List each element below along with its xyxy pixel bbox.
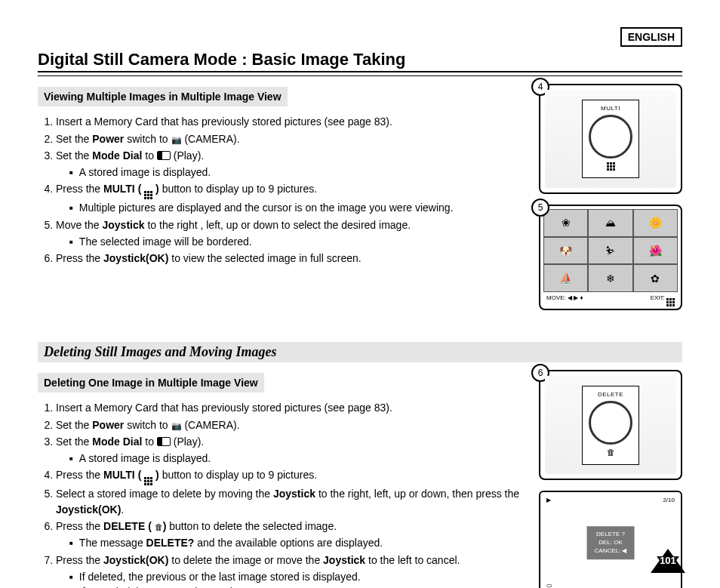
page-number-value: 101 (651, 555, 685, 566)
thumbnail-grid: ❀ ⛰ 🌼 🐶 ⛷ 🌺 ⛵ ❄ ✿ (543, 209, 678, 292)
text: Press the (56, 469, 103, 481)
dialog-ok: DEL: OK (595, 538, 627, 546)
camera-icon (171, 133, 182, 145)
text: to view the selected image in full scree… (168, 252, 361, 264)
substep: Multiple pictures are displayed and the … (69, 200, 525, 215)
text: Move the (56, 219, 102, 231)
step: Set the Power switch to (CAMERA). (56, 417, 525, 433)
multi-grid-icon (144, 477, 152, 485)
text: (Play). (174, 149, 204, 162)
bold: Joystick(OK) (56, 503, 121, 516)
text: (CAMERA). (184, 133, 239, 145)
trash-icon (155, 520, 163, 532)
thumb: ❄ (588, 264, 632, 292)
image-counter: 2/10 (663, 497, 675, 503)
bold: Joystick (273, 488, 315, 500)
step: Select a stored image to delete by movin… (56, 486, 525, 517)
step: Set the Power switch to (CAMERA). (56, 131, 525, 146)
dialog-cancel: CANCEL: ◀ (595, 547, 627, 556)
thumb: ⛵ (543, 264, 588, 292)
bold: ) (152, 469, 159, 481)
page-title: Digital Still Camera Mode : Basic Image … (38, 50, 682, 72)
camera-illustration: DELETE (545, 376, 676, 474)
text: Set the (56, 419, 92, 431)
substep: If canceled, it returns to the previous … (69, 584, 525, 588)
step: Set the Mode Dial to (Play). A stored im… (56, 148, 525, 180)
bold: Joystick(OK) (103, 554, 168, 566)
bold: ) (152, 183, 159, 195)
language-indicator: ENGLISH (620, 27, 682, 47)
bold: Power (92, 133, 124, 145)
text: Select a stored image to delete by movin… (56, 488, 273, 500)
multi-grid-icon (607, 162, 615, 171)
figure-4: 4 MULTI (539, 84, 682, 194)
text: Press the (56, 554, 103, 566)
delete-button (589, 401, 632, 445)
bold: DELETE ( (103, 520, 155, 532)
lcd-screen: ▶ 2/10 ▭ DELETE ? DEL: OK CANCEL: ◀ (539, 491, 682, 588)
figure-5: 5 ❀ ⛰ 🌼 🐶 ⛷ 🌺 ⛵ ❄ ✿ MOVE: ◀ ▶ ♦ EXIT: (539, 205, 682, 310)
bold: MULTI ( (103, 469, 144, 481)
section2-title: Deleting Still Images and Moving Images (38, 342, 682, 362)
text: Press the (56, 252, 103, 264)
title-divider (38, 75, 682, 76)
step: Press the DELETE ( ) button to delete th… (56, 519, 525, 551)
play-icon (157, 437, 171, 446)
text: . (121, 503, 124, 516)
text: button to display up to 9 pictures. (159, 183, 317, 195)
battery-icon: ▭ (546, 582, 552, 588)
thumb: ⛰ (588, 209, 632, 237)
button-label: MULTI (601, 105, 620, 112)
text: (Play). (174, 436, 204, 448)
step: Insert a Memory Card that has previously… (56, 114, 525, 129)
figure-statusbar: MOVE: ◀ ▶ ♦ EXIT: (543, 292, 678, 306)
bold: Joystick (102, 219, 144, 231)
text: switch to (124, 133, 171, 145)
text: Press the (56, 520, 103, 532)
section2-heading: Deleting One Image in Multiple Image Vie… (38, 373, 264, 393)
thumb: 🐶 (543, 237, 588, 265)
text: to the right, left, up or down, then pre… (315, 488, 519, 500)
exit-hint: EXIT: (651, 294, 675, 306)
substep: If deleted, the previous or the last ima… (69, 569, 525, 584)
thumb: 🌺 (633, 237, 678, 265)
move-hint: MOVE: ◀ ▶ ♦ (546, 294, 583, 306)
text: to delete the image or move the (168, 554, 323, 566)
dialog-question: DELETE ? (595, 530, 627, 538)
section1-steps: Insert a Memory Card that has previously… (39, 114, 525, 266)
text: to the left to cancel. (365, 554, 460, 566)
bold: Joystick(OK) (103, 252, 168, 264)
step: Press the MULTI ( ) button to display up… (56, 181, 525, 215)
text: (CAMERA). (184, 419, 239, 431)
bold: Mode Dial (92, 149, 142, 162)
bold: Power (92, 419, 124, 431)
substep: A stored image is displayed. (69, 165, 525, 180)
step: Press the Joystick(OK) to delete the ima… (56, 553, 525, 588)
step: Press the Joystick(OK) to view the selec… (56, 251, 525, 266)
text: to (142, 149, 156, 162)
substep: The message DELETE? and the available op… (69, 535, 525, 550)
trash-icon (607, 448, 615, 457)
step: Insert a Memory Card that has previously… (56, 400, 525, 415)
substep: The selected image will be bordered. (69, 234, 525, 249)
camera-icon (171, 419, 182, 431)
text: Set the (56, 436, 92, 448)
multi-grid-icon (144, 191, 152, 199)
bold: Joystick (323, 554, 365, 566)
step: Move the Joystick to the right , left, u… (56, 217, 525, 250)
text: switch to (124, 419, 171, 431)
bold: Mode Dial (92, 436, 142, 448)
thumb: ⛷ (588, 237, 632, 265)
camera-illustration: MULTI (545, 90, 676, 188)
play-icon (157, 151, 171, 160)
step: Set the Mode Dial to (Play). A stored im… (56, 434, 525, 466)
text: to (142, 436, 156, 448)
text: button to delete the selected image. (166, 520, 337, 532)
delete-dialog: DELETE ? DEL: OK CANCEL: ◀ (587, 526, 635, 559)
thumb: ❀ (543, 209, 588, 237)
text: Set the (56, 133, 92, 145)
step: Press the MULTI ( ) button to display up… (56, 467, 525, 485)
text: Set the (56, 149, 92, 162)
figure-6: 6 DELETE (539, 370, 682, 480)
section1-heading: Viewing Multiple Images in Multiple Imag… (38, 87, 288, 106)
